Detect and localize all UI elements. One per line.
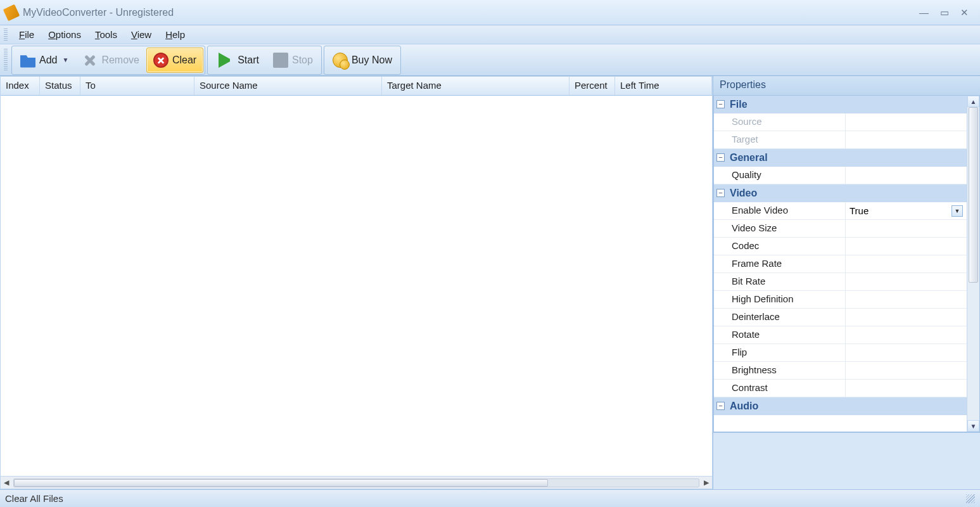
prop-value[interactable] (846, 291, 967, 308)
menubar-grip[interactable] (4, 29, 8, 41)
prop-value[interactable] (846, 273, 967, 290)
category-audio[interactable]: − Audio (714, 397, 967, 415)
remove-label: Remove (101, 55, 139, 66)
prop-row-source[interactable]: Source (714, 113, 967, 131)
prop-label: Frame Rate (728, 255, 846, 273)
col-left-time[interactable]: Left Time (615, 77, 712, 95)
category-file-label: File (730, 99, 748, 110)
add-button[interactable]: Add ▼ (13, 48, 75, 73)
clear-icon (153, 53, 169, 68)
scroll-down-icon[interactable]: ▼ (967, 420, 979, 432)
menu-help[interactable]: Help (159, 27, 191, 42)
clear-button[interactable]: Clear (146, 48, 203, 73)
prop-row-enable-video[interactable]: Enable Video True ▼ (714, 202, 967, 220)
start-label: Start (238, 55, 259, 66)
prop-row-brightness[interactable]: Brightness (714, 362, 967, 380)
prop-value[interactable] (846, 131, 967, 148)
col-source-name[interactable]: Source Name (194, 77, 382, 95)
prop-row-codec[interactable]: Codec (714, 238, 967, 255)
minimize-button[interactable]: — (919, 7, 929, 18)
collapse-icon[interactable]: − (716, 402, 725, 410)
prop-label: Source (728, 113, 846, 131)
prop-value[interactable] (846, 255, 967, 273)
close-button[interactable]: ✕ (960, 7, 969, 18)
menubar: File Options Tools View Help (0, 25, 980, 44)
add-label: Add (39, 55, 57, 66)
stop-label: Stop (292, 55, 313, 66)
dropdown-button[interactable]: ▼ (951, 205, 963, 217)
scroll-thumb[interactable] (14, 479, 548, 487)
col-target-name[interactable]: Target Name (382, 77, 570, 95)
toolbar-grip[interactable] (4, 49, 8, 72)
stop-button[interactable]: Stop (266, 48, 320, 73)
prop-row-video-size[interactable]: Video Size (714, 220, 967, 238)
collapse-icon[interactable]: − (716, 100, 725, 108)
prop-value[interactable]: True ▼ (846, 202, 967, 219)
properties-title: Properties (713, 76, 980, 95)
collapse-icon[interactable]: − (716, 189, 725, 197)
menu-view[interactable]: View (125, 27, 158, 42)
titlebar: MyVideoConverter - Unregistered — ▭ ✕ (0, 0, 980, 25)
menu-options[interactable]: Options (42, 27, 87, 42)
properties-pane: Properties − File Source Target (713, 76, 980, 489)
prop-row-deinterlace[interactable]: Deinterlace (714, 309, 967, 326)
prop-value[interactable] (846, 238, 967, 255)
menu-tools[interactable]: Tools (89, 27, 124, 42)
statusbar: Clear All Files (0, 489, 980, 507)
category-file[interactable]: − File (714, 96, 967, 113)
horizontal-scrollbar[interactable]: ◀ ▶ (1, 476, 712, 489)
prop-row-frame-rate[interactable]: Frame Rate (714, 255, 967, 273)
scroll-thumb[interactable] (969, 107, 978, 283)
stop-icon (273, 53, 288, 68)
prop-label: Flip (728, 344, 846, 361)
menu-file[interactable]: File (13, 27, 41, 42)
category-video[interactable]: − Video (714, 184, 967, 202)
col-to[interactable]: To (80, 77, 194, 95)
scroll-right-icon[interactable]: ▶ (701, 477, 712, 489)
prop-value[interactable] (846, 220, 967, 237)
buy-now-button[interactable]: Buy Now (326, 48, 399, 73)
prop-label: Quality (728, 167, 846, 184)
properties-description (713, 432, 980, 489)
col-index[interactable]: Index (1, 77, 40, 95)
col-status[interactable]: Status (40, 77, 80, 95)
coins-icon (333, 53, 348, 68)
collapse-icon[interactable]: − (716, 153, 725, 162)
scroll-track[interactable] (967, 107, 979, 420)
toolbar: Add ▼ Remove Clear Start Stop Buy Now (0, 44, 980, 76)
prop-row-contrast[interactable]: Contrast (714, 380, 967, 397)
prop-row-bit-rate[interactable]: Bit Rate (714, 273, 967, 291)
prop-row-quality[interactable]: Quality (714, 167, 967, 184)
remove-button[interactable]: Remove (75, 48, 146, 73)
prop-value-text: True (850, 205, 869, 216)
scroll-left-icon[interactable]: ◀ (1, 477, 12, 489)
properties-grid: − File Source Target − General (713, 95, 980, 432)
prop-value[interactable] (846, 344, 967, 361)
scroll-track[interactable] (13, 478, 699, 487)
prop-label: High Definition (728, 291, 846, 308)
prop-value[interactable] (846, 167, 967, 184)
table-header: Index Status To Source Name Target Name … (1, 77, 712, 96)
prop-value[interactable] (846, 326, 967, 343)
prop-label: Contrast (728, 380, 846, 397)
prop-value[interactable] (846, 380, 967, 397)
scroll-up-icon[interactable]: ▲ (967, 96, 979, 107)
start-button[interactable]: Start (209, 48, 266, 73)
maximize-button[interactable]: ▭ (940, 7, 949, 18)
resize-grip-icon[interactable] (966, 494, 975, 503)
prop-row-flip[interactable]: Flip (714, 344, 967, 362)
prop-label: Enable Video (728, 202, 846, 219)
category-general-label: General (730, 152, 768, 164)
table-body[interactable] (1, 96, 712, 476)
properties-vertical-scrollbar[interactable]: ▲ ▼ (967, 96, 979, 432)
prop-label: Bit Rate (728, 273, 846, 290)
prop-row-target[interactable]: Target (714, 131, 967, 149)
prop-value[interactable] (846, 113, 967, 131)
category-general[interactable]: − General (714, 149, 967, 167)
prop-row-rotate[interactable]: Rotate (714, 326, 967, 344)
prop-value[interactable] (846, 309, 967, 326)
chevron-down-icon: ▼ (62, 56, 68, 63)
prop-value[interactable] (846, 362, 967, 379)
prop-row-high-definition[interactable]: High Definition (714, 291, 967, 309)
col-percent[interactable]: Percent (570, 77, 615, 95)
